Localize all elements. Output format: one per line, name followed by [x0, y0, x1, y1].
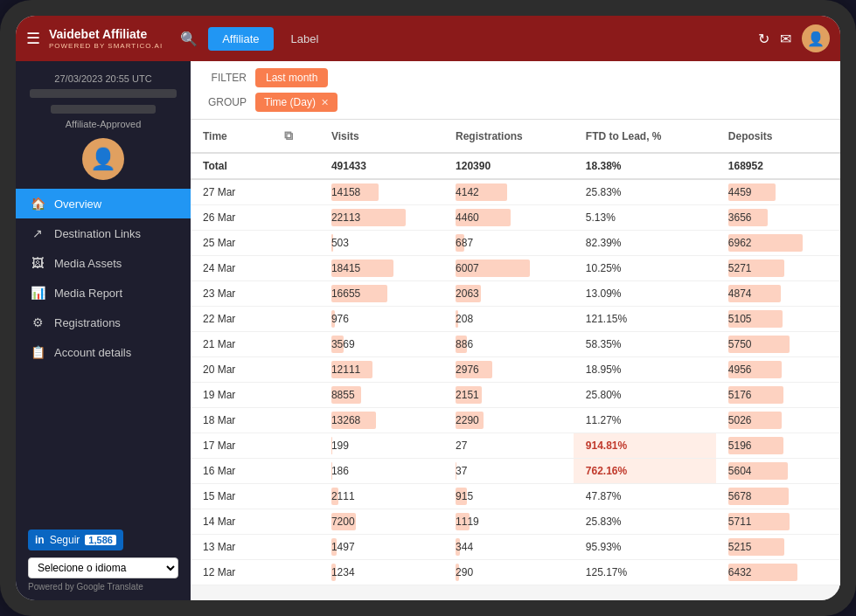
- filter-bar: FILTER Last month GROUP Time (Day) ✕: [191, 61, 840, 120]
- cell-deposits: 5176: [716, 383, 840, 408]
- cell-ftd: 5.13%: [574, 205, 716, 231]
- cell-time: 25 Mar: [191, 231, 272, 256]
- linkedin-count: 1,586: [85, 535, 116, 545]
- cell-time: 19 Mar: [191, 383, 272, 408]
- cell-registrations: 4142: [443, 179, 574, 205]
- cell-ftd: 25.83%: [574, 179, 716, 205]
- cell-time: 27 Mar: [191, 179, 272, 205]
- table-row: 14 Mar 7200 1119 25.83% 5711: [191, 509, 840, 535]
- cell-deposits: 6432: [716, 560, 840, 585]
- sidebar-item-media-report[interactable]: 📊 Media Report: [16, 278, 191, 308]
- cell-registrations: 2290: [443, 408, 574, 433]
- total-label: Total: [191, 153, 272, 179]
- cell-registrations: 344: [443, 535, 574, 560]
- cell-time: 24 Mar: [191, 256, 272, 281]
- cell-time: 20 Mar: [191, 357, 272, 383]
- cell-empty: [272, 560, 319, 585]
- cell-visits: 13268: [319, 408, 443, 433]
- sidebar-item-destination-links[interactable]: ↗ Destination Links: [16, 218, 191, 248]
- cell-registrations: 915: [443, 484, 574, 509]
- screen: ☰ Vaidebet Affiliate POWERED BY SMARTICO…: [16, 16, 840, 600]
- sidebar-item-account-details[interactable]: 📋 Account details: [16, 337, 191, 367]
- cell-registrations: 2976: [443, 357, 574, 383]
- sidebar-item-media-assets[interactable]: 🖼 Media Assets: [16, 248, 191, 278]
- table-row: 15 Mar 2111 915 47.87% 5678: [191, 484, 840, 509]
- table-row: 20 Mar 12111 2976 18.95% 4956: [191, 357, 840, 383]
- cell-empty: [272, 179, 319, 205]
- linkedin-icon: in: [35, 534, 45, 546]
- cell-empty: [272, 281, 319, 307]
- user-name-blurred2: [51, 105, 156, 114]
- total-ftd: 18.38%: [574, 153, 716, 179]
- table-row: 22 Mar 976 208 121.15% 5105: [191, 307, 840, 332]
- cell-empty: [272, 357, 319, 383]
- cell-time: 26 Mar: [191, 205, 272, 231]
- cell-ftd: 10.25%: [574, 256, 716, 281]
- media-report-icon: 📊: [30, 286, 45, 300]
- cell-ftd: 762.16%: [574, 459, 716, 484]
- mail-icon[interactable]: ✉: [780, 31, 791, 47]
- cell-empty: [272, 408, 319, 433]
- table-row: 21 Mar 3569 886 58.35% 5750: [191, 332, 840, 357]
- cell-deposits: 5711: [716, 509, 840, 535]
- tab-affiliate[interactable]: Affiliate: [208, 27, 273, 51]
- cell-ftd: 47.87%: [574, 484, 716, 509]
- brand-sub: POWERED BY SMARTICO.AI: [49, 42, 163, 50]
- col-header-time: Time: [191, 120, 272, 153]
- cell-deposits: 5026: [716, 408, 840, 433]
- avatar[interactable]: 👤: [802, 24, 830, 52]
- search-icon[interactable]: 🔍: [180, 31, 198, 47]
- table-row: 12 Mar 1234 290 125.17% 6432: [191, 560, 840, 585]
- linkedin-label: Seguir: [50, 534, 80, 546]
- total-registrations: 120390: [443, 153, 574, 179]
- brand-block: Vaidebet Affiliate POWERED BY SMARTICO.A…: [49, 27, 163, 50]
- cell-visits: 976: [319, 307, 443, 332]
- cell-visits: 186: [319, 459, 443, 484]
- cell-deposits: 5604: [716, 459, 840, 484]
- cell-deposits: 4459: [716, 179, 840, 205]
- top-nav: ☰ Vaidebet Affiliate POWERED BY SMARTICO…: [16, 16, 840, 61]
- col-header-registrations: Registrations: [443, 120, 574, 153]
- linkedin-button[interactable]: in Seguir 1,586: [28, 529, 123, 550]
- cell-visits: 3569: [319, 332, 443, 357]
- language-select[interactable]: Selecione o idioma: [28, 557, 178, 578]
- table-row: 23 Mar 16655 2063 13.09% 4874: [191, 281, 840, 307]
- sidebar-item-registrations[interactable]: ⚙ Registrations: [16, 308, 191, 337]
- cell-ftd: 125.17%: [574, 560, 716, 585]
- cell-visits: 12111: [319, 357, 443, 383]
- cell-deposits: 4956: [716, 357, 840, 383]
- tablet-frame: ☰ Vaidebet Affiliate POWERED BY SMARTICO…: [0, 0, 856, 616]
- cell-time: 14 Mar: [191, 509, 272, 535]
- table-row: 16 Mar 186 37 762.16% 5604: [191, 459, 840, 484]
- cell-deposits: 5196: [716, 433, 840, 459]
- sidebar: 27/03/2023 20:55 UTC Affiliate-Approved …: [16, 61, 191, 600]
- copy-icon[interactable]: ⧉: [284, 128, 293, 142]
- tab-label[interactable]: Label: [277, 27, 333, 51]
- cell-empty: [272, 231, 319, 256]
- hamburger-icon[interactable]: ☰: [26, 29, 40, 48]
- cell-empty: [272, 484, 319, 509]
- sidebar-item-overview[interactable]: 🏠 Overview: [16, 189, 191, 218]
- cell-empty: [272, 459, 319, 484]
- cell-time: 23 Mar: [191, 281, 272, 307]
- cell-visits: 2111: [319, 484, 443, 509]
- cell-time: 22 Mar: [191, 307, 272, 332]
- cell-visits: 18415: [319, 256, 443, 281]
- cell-deposits: 3656: [716, 205, 840, 231]
- cell-visits: 1497: [319, 535, 443, 560]
- table-row: 13 Mar 1497 344 95.93% 5215: [191, 535, 840, 560]
- google-translate-label: Powered by Google Translate: [28, 582, 178, 592]
- filter-chip-last-month[interactable]: Last month: [255, 68, 328, 87]
- col-header-ftd: FTD to Lead, %: [574, 120, 716, 153]
- content-area: FILTER Last month GROUP Time (Day) ✕: [191, 61, 840, 600]
- user-name-blurred: [30, 89, 177, 98]
- cell-deposits: 6962: [716, 231, 840, 256]
- col-header-copy: ⧉: [272, 120, 319, 153]
- cell-registrations: 37: [443, 459, 574, 484]
- total-empty: [272, 153, 319, 179]
- cell-empty: [272, 383, 319, 408]
- group-chip-time-day[interactable]: Time (Day) ✕: [255, 93, 338, 112]
- group-chip-close-icon[interactable]: ✕: [321, 97, 329, 108]
- refresh-icon[interactable]: ↻: [758, 31, 769, 47]
- main-body: 27/03/2023 20:55 UTC Affiliate-Approved …: [16, 61, 840, 600]
